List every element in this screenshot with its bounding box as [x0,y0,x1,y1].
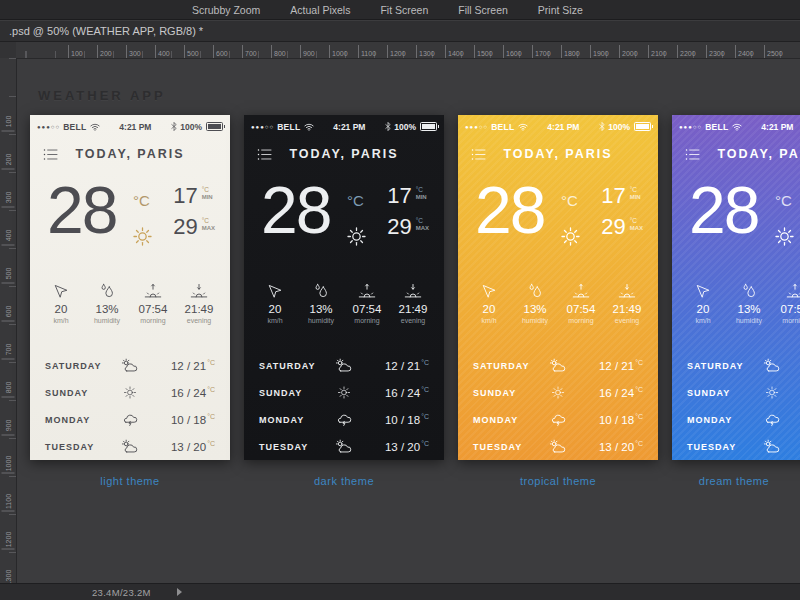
max-temp-row: 29 °C MAX [387,216,429,238]
app-header: TODAY, PARIS [458,139,658,175]
document-tab[interactable]: .psd @ 50% (WEATHER APP, RGB/8) * [9,25,203,37]
forecast-row: TUESDAY 13 / 20°C [473,433,643,460]
ruler-mark-v: 1200 [5,532,12,548]
sun-icon [559,225,582,248]
forecast-row: MONDAY 10 / 18°C [259,406,429,433]
day-label: SATURDAY [259,361,331,371]
day-label: MONDAY [687,415,759,425]
ruler-mark-h: 1200 [387,50,406,57]
fit-screen-button[interactable]: Fit Screen [380,4,428,16]
storm-icon [334,412,354,427]
stat-sunrise: 07:54 morning [772,282,800,342]
stat-label: evening [615,317,640,324]
current-temp-unit: °C [775,192,792,209]
ruler-mark-h: 1300 [416,50,435,57]
min-temp: 17 [601,185,625,207]
fill-screen-button[interactable]: Fill Screen [458,4,508,16]
max-temp: 29 [173,216,197,238]
temps-label: 10 / 18°C [785,413,800,426]
current-temp: 28 [261,177,330,243]
forecast-row: SATURDAY 12 / 21°C [473,352,643,379]
print-size-button[interactable]: Print Size [538,4,583,16]
current-conditions: 28 °C 17 °C MIN 29 °C [458,183,658,282]
ruler-mark-h: 1900 [590,50,609,57]
status-expand-icon[interactable] [177,588,182,596]
actual-pixels-button[interactable]: Actual Pixels [290,4,350,16]
horizontal-ruler[interactable]: 1002003004005006007008009001000110012001… [16,42,800,59]
stat-label: km/h [481,317,496,324]
ruler-mark-h: 1800 [561,50,580,57]
stat-label: humidity [736,317,762,324]
stat-label: humidity [308,317,334,324]
max-label: MAX [630,225,643,232]
scrubby-zoom-button[interactable]: Scrubby Zoom [192,4,260,16]
ruler-mark-h: 600 [213,50,228,57]
ruler-mark-h: 400 [155,50,170,57]
carrier-label: BELL [491,122,514,132]
carrier-label: BELL [277,122,300,132]
stat-label: km/h [695,317,710,324]
sunrise-icon [357,282,377,300]
signal-dots: ●●●○○ [465,124,488,130]
min-temp: 17 [173,185,197,207]
temps-label: 12 / 21°C [143,359,215,372]
temps-label: 16 / 24°C [143,386,215,399]
stat-label: evening [187,317,212,324]
app-title: TODAY, PARIS [244,139,444,161]
max-label: MAX [202,225,215,232]
stat-value: 20 [697,303,710,315]
forecast-list: SATURDAY 12 / 21°C SUNDAY 16 / 24°C MOND… [244,342,444,460]
phone-screen: ●●●○○ BELL 4:21 PM 100% TODAY, PARIS 28 … [458,115,658,460]
stat-value: 13% [523,303,546,315]
sunrise-icon [785,282,800,300]
day-label: SATURDAY [687,361,759,371]
stat-sunset: 21:49 evening [390,282,436,342]
temps-label: 10 / 18°C [357,413,429,426]
sunny-icon [548,385,568,400]
storm-icon [120,412,140,427]
stat-humidity: 13% humidity [512,282,558,342]
vertical-ruler[interactable]: 1002003004005006007008009001000110012001… [0,58,17,584]
current-temp: 28 [689,177,758,243]
phone-screen: ●●●○○ BELL 4:21 PM 100% TODAY, PARIS 28 … [672,115,800,460]
app-title: TODAY, PARIS [458,139,658,161]
min-unit: °C [630,186,641,194]
signal-dots: ●●●○○ [679,124,702,130]
ruler-mark-h: 200 [97,50,112,57]
ruler-mark-h: 2400 [735,50,754,57]
time-label: 4:21 PM [547,122,579,132]
current-temp: 28 [47,177,116,243]
signal-dots: ●●●○○ [251,124,274,130]
time-label: 4:21 PM [119,122,151,132]
ruler-mark-v: 800 [5,380,12,396]
stat-label: humidity [522,317,548,324]
stat-sunset: 21:49 evening [604,282,650,342]
ruler-mark-h: 1700 [532,50,551,57]
forecast-row: SUNDAY 16 / 24°C [259,379,429,406]
sunset-icon [189,282,209,300]
max-unit: °C [630,217,643,225]
current-conditions: 28 °C 17 °C MIN 29 °C [30,183,230,282]
app-header: TODAY, PARIS [30,139,230,175]
ruler-mark-h: 1100 [358,50,376,57]
temps-label: 13 / 20°C [143,440,215,453]
min-label: MIN [630,194,641,201]
forecast-row: MONDAY 10 / 18°C [473,406,643,433]
wind-icon [693,282,713,300]
ruler-mark-h: 2500 [764,50,783,57]
temps-label: 13 / 20°C [357,440,429,453]
stat-label: km/h [53,317,68,324]
partly-cloudy-icon [334,358,354,373]
forecast-row: MONDAY 10 / 18°C [45,406,215,433]
ruler-mark-v: 1000 [5,456,12,472]
stats-row: 20 km/h 13% humidity 07:54 morning 21:49… [244,282,444,342]
ruler-mark-h: 2100 [648,50,667,57]
stat-value: 13% [309,303,332,315]
stat-sunset: 21:49 evening [176,282,222,342]
stat-label: morning [140,317,165,324]
menu-icon [471,148,486,161]
theme-label: light theme [30,475,230,487]
sunny-icon [762,385,782,400]
stat-value: 07:54 [353,303,382,315]
app-screen-light: ●●●○○ BELL 4:21 PM 100% TODAY, PARIS 28 … [30,115,230,487]
